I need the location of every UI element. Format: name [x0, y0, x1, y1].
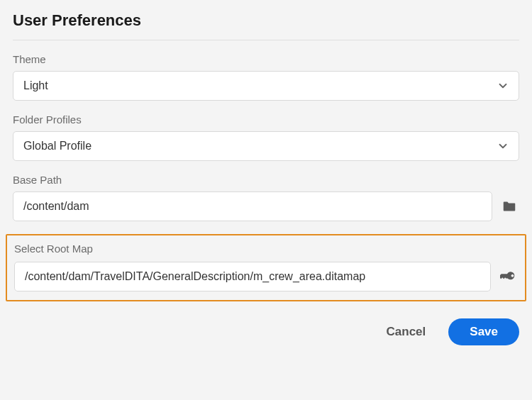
base-path-input[interactable]: [13, 191, 492, 221]
page-title: User Preferences: [13, 11, 519, 30]
root-map-input[interactable]: [14, 262, 491, 291]
folder-icon: [501, 199, 517, 214]
theme-select[interactable]: Light: [13, 71, 519, 101]
folder-profiles-select[interactable]: Global Profile: [13, 131, 519, 161]
theme-field: Theme Light: [13, 53, 519, 101]
key-icon: [500, 269, 516, 284]
dialog-footer: Cancel Save: [13, 318, 519, 345]
cancel-button[interactable]: Cancel: [370, 318, 443, 345]
root-map-label: Select Root Map: [14, 243, 518, 255]
theme-label: Theme: [13, 53, 519, 65]
root-map-highlight: Select Root Map: [6, 234, 526, 301]
base-path-label: Base Path: [13, 174, 519, 186]
divider: [13, 40, 519, 40]
base-path-field: Base Path: [13, 174, 519, 221]
theme-select-value[interactable]: Light: [13, 71, 519, 101]
root-map-picker-button[interactable]: [498, 267, 518, 287]
folder-profiles-label: Folder Profiles: [13, 113, 519, 126]
folder-profiles-select-value[interactable]: Global Profile: [13, 131, 519, 161]
save-button[interactable]: Save: [448, 318, 519, 345]
browse-folder-button[interactable]: [499, 196, 519, 216]
folder-profiles-field: Folder Profiles Global Profile: [13, 113, 519, 161]
